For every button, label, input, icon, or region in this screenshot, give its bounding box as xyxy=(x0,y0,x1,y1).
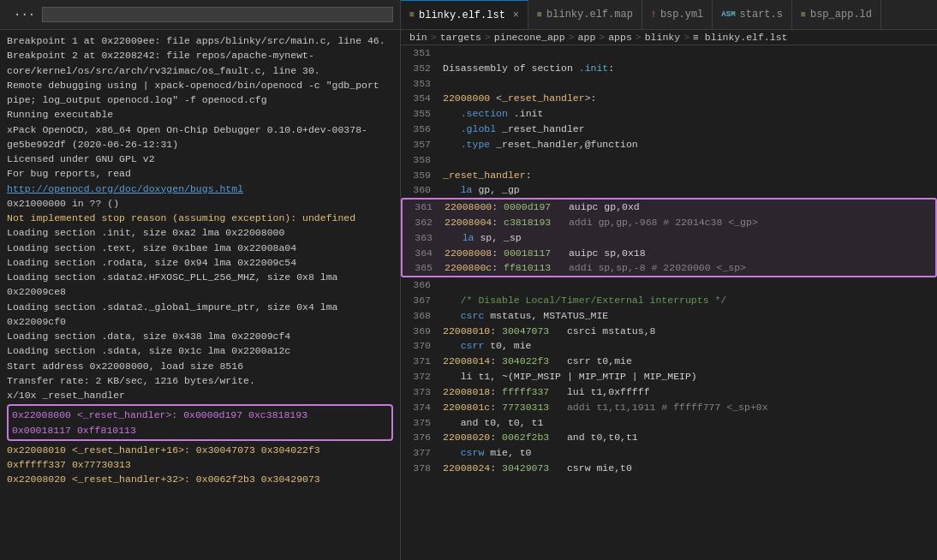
code-row: 3652200800c: ff810113 addi sp,sp,-8 # 22… xyxy=(403,260,935,276)
tabs-bar: ≡blinky.elf.lst×≡blinky.elf.map!bsp.ymlA… xyxy=(401,0,937,30)
line-number: 351 xyxy=(401,45,439,61)
code-token: : xyxy=(492,217,504,228)
debug-line: Loading section .sdata2.HFXOSC_PLL_256_M… xyxy=(7,270,393,300)
code-token: csrr xyxy=(443,340,484,351)
tab-icon-bsp-app-ld: ≡ xyxy=(801,10,806,20)
code-token: : xyxy=(490,462,502,474)
code-token: la xyxy=(445,232,474,243)
tab-label-blinky-lst: blinky.elf.lst xyxy=(419,9,505,21)
debug-line: Breakpoint 2 at 0x2208242: file repos/ap… xyxy=(7,48,393,78)
line-content: and t0, t0, t1 xyxy=(439,415,543,431)
code-row: 3742200801c: 77730313 addi t1,t1,1911 # … xyxy=(401,400,937,415)
debug-line: Loading section .rodata, size 0x94 lma 0… xyxy=(7,255,393,270)
debug-console-panel: ··· Breakpoint 1 at 0x22009ee: file apps… xyxy=(0,0,401,560)
code-row: 37822008024: 30429073 csrw mie,t0 xyxy=(401,461,937,476)
debug-line: Loading section .sdata2._global_impure_p… xyxy=(7,300,393,330)
code-token: 22008000 xyxy=(443,92,490,104)
line-content: .type _reset_handler,@function xyxy=(439,137,638,152)
filter-input[interactable] xyxy=(42,7,393,22)
debug-line: For bug reports, read xyxy=(7,166,393,181)
debug-line: 0x21000000 in ?? () xyxy=(7,196,393,211)
line-content: 22008008: 00018117 auipc sp,0x18 xyxy=(441,246,646,261)
code-row: 360 la gp, _gp xyxy=(401,182,937,198)
debug-line: x/10x _reset_handler xyxy=(7,388,393,402)
code-token: 2200801c xyxy=(443,402,490,413)
line-content: 22008004: c3818193 addi gp,gp,-968 # 220… xyxy=(441,215,758,230)
code-token: ff810113 xyxy=(504,262,551,273)
line-number: 377 xyxy=(401,445,439,461)
line-content: csrr t0, mie xyxy=(439,338,532,354)
breadcrumb-separator: > xyxy=(683,32,689,43)
line-content: .globl _reset_handler xyxy=(439,122,585,137)
line-number: 362 xyxy=(403,215,441,230)
code-token: : xyxy=(490,355,502,366)
tab-bsp-app-ld[interactable]: ≡bsp_app.ld xyxy=(792,0,881,30)
code-token: auipc gp,0xd xyxy=(551,201,640,212)
debug-line: 0x22008010 <_reset_handler+16>: 0x300470… xyxy=(7,443,393,457)
code-token: auipc sp,0x18 xyxy=(551,247,645,259)
tab-label-start-s: start.s xyxy=(740,9,783,21)
code-token: 22008020 xyxy=(443,432,490,443)
highlight-line: 0x00018117 0xff810113 xyxy=(12,423,388,438)
code-token: mie, t0 xyxy=(484,447,531,458)
code-row: 363 la sp, _sp xyxy=(403,230,935,246)
code-token: _reset_handler,@function xyxy=(490,139,638,150)
line-number: 361 xyxy=(403,200,441,215)
tab-label-blinky-map: blinky.elf.map xyxy=(546,9,633,21)
code-token: 22008008 xyxy=(445,247,492,259)
tab-close-blinky-lst[interactable]: × xyxy=(513,9,519,21)
debug-line: 0xfffff337 0x77730313 xyxy=(7,457,393,472)
code-token: fffff337 xyxy=(502,386,549,397)
code-token: and t0, t0, t1 xyxy=(443,417,543,428)
debug-output[interactable]: Breakpoint 1 at 0x22009ee: file apps/bli… xyxy=(0,30,400,560)
code-token: addi sp,sp,-8 # 22020000 <_sp> xyxy=(551,262,746,273)
debug-line: Licensed under GNU GPL v2 xyxy=(7,152,393,166)
debug-header: ··· xyxy=(0,0,400,30)
code-token: < xyxy=(490,92,502,104)
code-token: and t0,t0,t1 xyxy=(549,432,638,443)
code-token: /* Disable Local/Timer/External interrup… xyxy=(443,295,726,306)
line-number: 358 xyxy=(401,152,439,168)
code-token: t0, mie xyxy=(484,340,531,351)
code-token: csrr t0,mie xyxy=(549,355,632,366)
line-number: 378 xyxy=(401,461,439,476)
debug-line: Running executable xyxy=(7,107,393,122)
code-token: : xyxy=(490,402,502,413)
code-row: 352Disassembly of section .init: xyxy=(401,61,937,76)
debug-menu-button[interactable]: ··· xyxy=(14,8,35,21)
code-token: : xyxy=(492,201,504,212)
debug-line: Start address 0x22008000, load size 8516 xyxy=(7,359,393,373)
line-content: 22008024: 30429073 csrw mie,t0 xyxy=(439,461,632,476)
line-number: 373 xyxy=(401,384,439,400)
line-number: 375 xyxy=(401,415,439,431)
code-token: mstatus, MSTATUS_MIE xyxy=(484,310,608,321)
tab-blinky-lst[interactable]: ≡blinky.elf.lst× xyxy=(401,0,528,30)
code-row: 37322008018: fffff337 lui t1,0xfffff xyxy=(401,384,937,400)
breadcrumb-item: app xyxy=(578,32,596,43)
code-token: : xyxy=(490,325,502,337)
debug-line[interactable]: http://openocd.org/doc/doxygen/bugs.html xyxy=(7,182,393,196)
code-token: 22008014 xyxy=(443,355,490,366)
code-token: 0000d197 xyxy=(504,201,551,212)
line-content: Disassembly of section .init: xyxy=(439,61,614,76)
tab-start-s[interactable]: ASMstart.s xyxy=(713,0,792,30)
tab-bsp-yml[interactable]: !bsp.yml xyxy=(642,0,713,30)
code-token: _reset_handler xyxy=(502,92,585,104)
line-number: 368 xyxy=(401,308,439,324)
tab-label-bsp-app-ld: bsp_app.ld xyxy=(810,9,872,21)
code-row: 37622008020: 0062f2b3 and t0,t0,t1 xyxy=(401,430,937,445)
code-row: 375 and t0, t0, t1 xyxy=(401,415,937,431)
line-content: la sp, _sp xyxy=(441,230,522,246)
code-token: sp, _sp xyxy=(474,232,522,243)
code-token: : xyxy=(492,247,504,259)
code-token: 22008004 xyxy=(445,217,492,228)
code-token: csrc xyxy=(443,310,484,321)
code-token: .init xyxy=(579,63,609,74)
tab-blinky-map[interactable]: ≡blinky.elf.map xyxy=(528,0,642,30)
debug-line: Loading section .sdata, size 0x1c lma 0x… xyxy=(7,343,393,358)
code-token: 22008010 xyxy=(443,325,490,337)
code-container[interactable]: 351352Disassembly of section .init:35335… xyxy=(401,45,937,560)
code-row: 359_reset_handler: xyxy=(401,168,937,183)
tab-icon-blinky-map: ≡ xyxy=(537,10,542,20)
debug-line: Loading section .data, size 0x438 lma 0x… xyxy=(7,329,393,343)
